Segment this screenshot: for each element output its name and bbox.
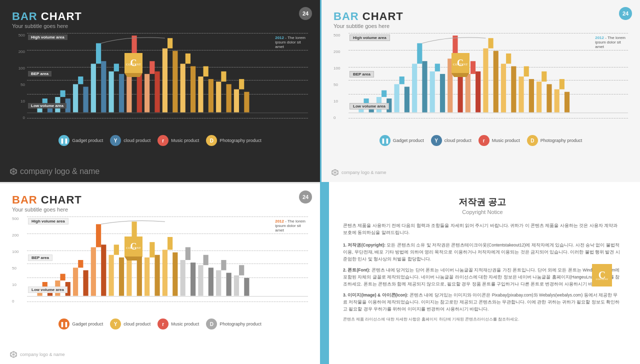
legend-2: ❚❚ Gadget product Y cloud product r Musi…	[334, 135, 628, 146]
legend-label-photo-3: Photography product	[220, 322, 262, 326]
legend-item-photo-2: D Photography product	[527, 135, 582, 146]
legend-item-music-3: r Music product	[158, 318, 199, 330]
legend-label-music-2: Music product	[492, 138, 520, 143]
legend-item-gadget-3: ❚❚ Gadget product	[58, 318, 103, 330]
svg-marker-93	[101, 244, 106, 296]
svg-marker-76	[564, 92, 570, 112]
slide-1-subtitle: Your subtitle goes here	[12, 23, 308, 29]
svg-marker-13	[114, 64, 119, 71]
legend-item-cloud-2: Y cloud product	[431, 135, 472, 146]
svg-marker-24	[180, 64, 186, 112]
svg-marker-64	[494, 51, 498, 112]
y-label: 500	[12, 33, 26, 38]
svg-marker-86	[60, 274, 65, 280]
svg-marker-108	[190, 262, 196, 296]
chart-area-1: 500 200 100 50 10 0	[12, 33, 308, 133]
svg-marker-110	[204, 255, 208, 265]
svg-marker-53	[430, 72, 435, 112]
svg-marker-30	[216, 82, 221, 112]
svg-marker-23	[172, 51, 178, 112]
svg-marker-67	[511, 66, 516, 112]
legend-icon-cloud-2: Y	[431, 135, 442, 146]
svg-marker-114	[226, 273, 232, 296]
slide-1-dark: 24 BAR CHART Your subtitle goes here 500…	[0, 0, 320, 182]
svg-marker-70	[529, 79, 534, 112]
c-logo-copyright: C CONTENT	[592, 264, 612, 286]
svg-marker-12	[108, 72, 114, 112]
svg-marker-105	[172, 252, 178, 296]
svg-marker-103	[162, 250, 168, 296]
y-label: 0	[12, 299, 26, 304]
svg-marker-116	[239, 265, 244, 275]
c-logo-1: CCONTENT	[124, 53, 142, 73]
svg-marker-14	[119, 74, 124, 112]
svg-marker-55	[440, 74, 445, 112]
copyright-title-ko: 저작권 공고	[343, 196, 622, 208]
svg-marker-35	[244, 92, 249, 112]
svg-marker-61	[476, 72, 480, 112]
svg-marker-90	[83, 270, 88, 296]
svg-marker-47	[394, 84, 399, 112]
svg-marker-113	[221, 260, 226, 270]
legend-item-cloud-1: Y cloud product	[110, 135, 150, 146]
bar-chart-svg-1	[27, 33, 308, 120]
svg-marker-6	[73, 84, 78, 112]
y-label: 50	[334, 82, 348, 87]
legend-item-cloud-3: Y cloud product	[110, 318, 150, 330]
svg-marker-29	[208, 79, 214, 112]
svg-marker-95	[114, 244, 119, 254]
y-label: 200	[334, 50, 348, 54]
y-label: 0	[334, 116, 348, 120]
legend-label-music-1: Music product	[171, 138, 199, 143]
svg-marker-92	[96, 224, 101, 247]
y-label: 100	[334, 66, 348, 70]
svg-marker-45	[382, 90, 386, 97]
svg-marker-51	[417, 43, 422, 64]
legend-icon-photo-3: D	[206, 318, 217, 330]
svg-marker-111	[208, 268, 214, 296]
footer-2: company logo & name	[332, 169, 386, 176]
high-volume-label-1: High volume area	[28, 34, 68, 40]
left-accent-bar	[320, 182, 329, 364]
company-logo-icon-1	[10, 168, 17, 175]
svg-marker-109	[198, 265, 203, 296]
legend-label-gadget-3: Gadget product	[72, 322, 103, 326]
bep-area-label-2: BEP area	[350, 71, 374, 78]
copyright-section-1: 1. 저작권(Copyright): 모든 콘텐츠의 소유 및 저작권은 콘텐츠…	[343, 242, 622, 262]
legend-icon-gadget-3: ❚❚	[58, 318, 70, 330]
svg-marker-52	[422, 61, 427, 112]
svg-marker-91	[91, 247, 96, 296]
svg-marker-31	[221, 72, 226, 82]
svg-marker-54	[435, 64, 440, 71]
legend-icon-cloud-3: Y	[110, 318, 121, 330]
y-axis-3: 500 200 100 50 10 0	[12, 216, 26, 304]
copyright-intro: 콘텐츠 제품을 사용하기 전에 다음의 협력과 조항들을 자세히 읽어 주시기 …	[343, 222, 622, 236]
c-logo-2: CCONTENT	[452, 53, 470, 73]
y-label: 50	[12, 266, 26, 270]
svg-marker-50	[412, 64, 417, 112]
low-volume-label-2: Low volume area	[350, 103, 389, 110]
title-chart-3: CHART	[38, 194, 82, 206]
svg-marker-33	[234, 90, 239, 112]
svg-marker-19	[150, 61, 154, 74]
svg-marker-26	[190, 66, 196, 112]
slide-3-subtitle: Your subtitle goes here	[12, 206, 308, 212]
svg-marker-11	[101, 61, 106, 112]
svg-marker-9	[91, 64, 96, 112]
c-logo-subtext: CONTENT	[596, 278, 608, 282]
copyright-content: 저작권 공고 Copyright Notice 콘텐츠 제품을 사용하기 전에 …	[343, 196, 622, 323]
legend-label-gadget-2: Gadget product	[393, 138, 424, 143]
slide-2-light: 24 BAR CHART Your subtitle goes here 500…	[320, 0, 640, 182]
legend-label-cloud-1: cloud product	[124, 138, 150, 143]
high-volume-label-3: High volume area	[28, 218, 68, 224]
svg-marker-20	[154, 72, 160, 112]
title-chart-2: CHART	[359, 10, 404, 22]
company-logo-icon-3	[10, 351, 17, 358]
annotation-1: 2012 - The loremipsum dolor sitamet	[275, 36, 306, 49]
annotation-year-3: 2012	[275, 219, 284, 224]
svg-marker-101	[150, 242, 154, 258]
y-label: 10	[334, 99, 348, 104]
legend-item-gadget-2: ❚❚ Gadget product	[380, 135, 424, 146]
legend-icon-photo-2: D	[527, 135, 538, 146]
slide-3-title: BAR CHART	[12, 194, 308, 206]
